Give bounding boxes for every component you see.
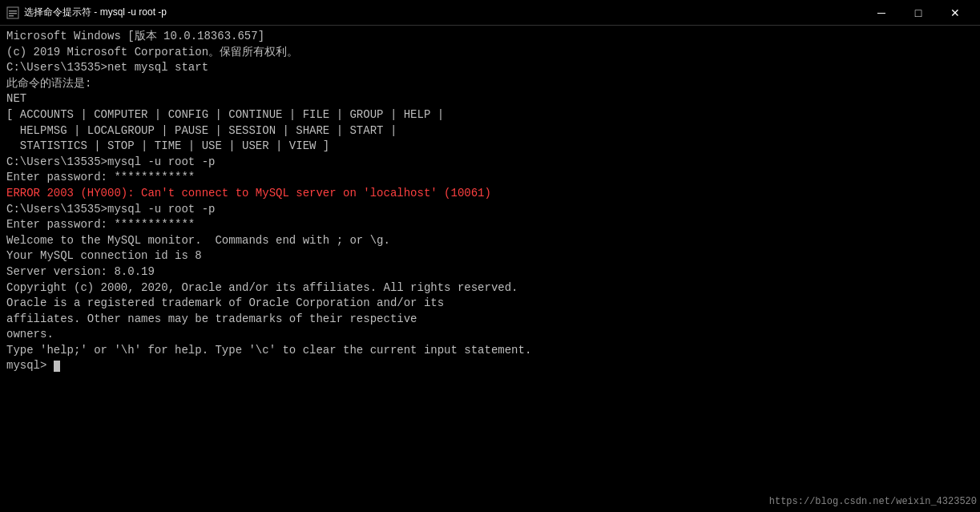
- terminal-line: STATISTICS | STOP | TIME | USE | USER | …: [6, 139, 974, 155]
- terminal-line: C:\Users\13535>net mysql start: [6, 60, 974, 76]
- terminal-line: Welcome to the MySQL monitor. Commands e…: [6, 233, 974, 249]
- terminal-line: 此命令的语法是:: [6, 76, 974, 92]
- terminal-line: (c) 2019 Microsoft Corporation。保留所有权利。: [6, 45, 974, 61]
- terminal-line: Copyright (c) 2000, 2020, Oracle and/or …: [6, 280, 974, 296]
- titlebar-icon: [6, 6, 19, 19]
- minimize-button[interactable]: ─: [863, 0, 900, 26]
- terminal-line: ERROR 2003 (HY000): Can't connect to MyS…: [6, 186, 974, 202]
- terminal-line: affiliates. Other names may be trademark…: [6, 312, 974, 328]
- titlebar: 选择命令提示符 - mysql -u root -p ─ □ ✕: [0, 0, 980, 26]
- terminal-line: owners.: [6, 327, 974, 343]
- svg-rect-3: [9, 15, 14, 17]
- svg-rect-1: [9, 10, 17, 12]
- terminal-line: mysql>: [6, 358, 974, 374]
- terminal-line: C:\Users\13535>mysql -u root -p: [6, 202, 974, 218]
- maximize-button[interactable]: □: [900, 0, 937, 26]
- terminal-line: HELPMSG | LOCALGROUP | PAUSE | SESSION |…: [6, 123, 974, 139]
- terminal-output: Microsoft Windows [版本 10.0.18363.657](c)…: [6, 29, 974, 374]
- svg-rect-2: [9, 13, 17, 14]
- terminal-line: NET: [6, 91, 974, 107]
- terminal-line: Enter password: ************: [6, 217, 974, 233]
- terminal-line: Your MySQL connection id is 8: [6, 248, 974, 264]
- terminal-line: [ ACCOUNTS | COMPUTER | CONFIG | CONTINU…: [6, 107, 974, 123]
- terminal-line: Microsoft Windows [版本 10.0.18363.657]: [6, 29, 974, 45]
- watermark: https://blog.csdn.net/weixin_4323520: [769, 495, 977, 509]
- terminal-line: Enter password: ************: [6, 170, 974, 186]
- terminal-line: Oracle is a registered trademark of Orac…: [6, 296, 974, 312]
- close-button[interactable]: ✕: [937, 0, 974, 26]
- terminal-line: Server version: 8.0.19: [6, 264, 974, 280]
- terminal-cursor: [54, 361, 60, 372]
- titlebar-title: 选择命令提示符 - mysql -u root -p: [24, 6, 863, 19]
- terminal-line: Type 'help;' or '\h' for help. Type '\c'…: [6, 343, 974, 359]
- terminal-line: C:\Users\13535>mysql -u root -p: [6, 155, 974, 171]
- terminal-window: Microsoft Windows [版本 10.0.18363.657](c)…: [0, 26, 980, 512]
- titlebar-controls: ─ □ ✕: [863, 0, 974, 26]
